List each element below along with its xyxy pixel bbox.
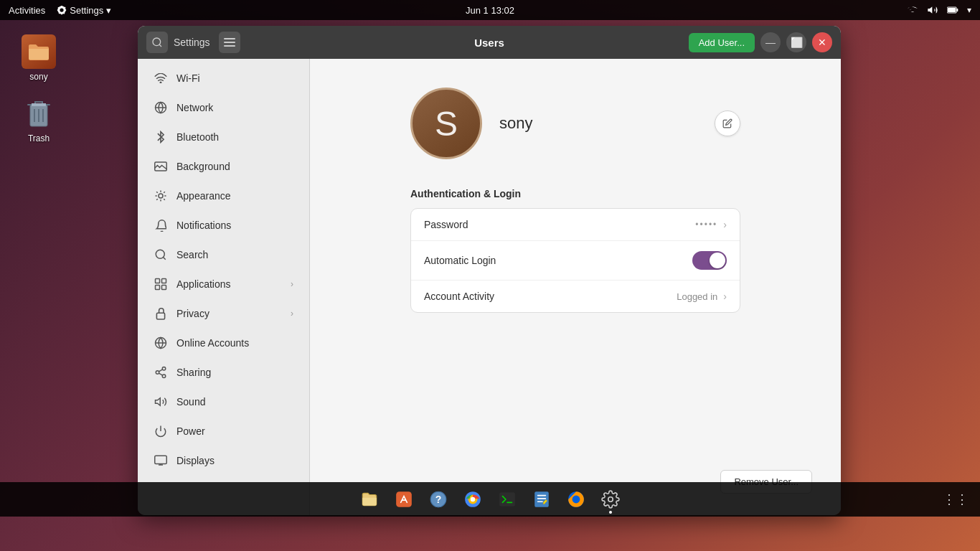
taskbar-text-editor[interactable] <box>526 484 557 515</box>
sidebar-item-network[interactable]: Network <box>142 93 305 122</box>
sidebar-notifications-label: Notifications <box>176 220 293 231</box>
search-button[interactable] <box>146 32 168 53</box>
auto-login-label: Automatic Login <box>424 255 692 266</box>
appearance-icon <box>154 189 168 203</box>
auto-login-toggle[interactable] <box>692 251 727 270</box>
svg-rect-19 <box>156 279 160 283</box>
trash-label: Trash <box>28 133 50 143</box>
svg-text:?: ? <box>435 494 442 505</box>
settings-sidebar: Wi-Fi Network Blue <box>138 59 310 515</box>
avatar-letter: S <box>435 104 458 143</box>
sidebar-applications-label: Applications <box>176 278 282 290</box>
network-icon <box>154 100 168 115</box>
account-activity-row[interactable]: Account Activity Logged in › <box>411 281 740 312</box>
desktop-icon-sony[interactable]: sony <box>13 34 65 82</box>
maximize-button[interactable]: ⬜ <box>786 32 806 52</box>
svg-rect-23 <box>156 313 164 319</box>
taskbar-terminal[interactable] <box>491 484 523 515</box>
svg-point-42 <box>573 496 580 504</box>
battery-icon <box>947 4 958 16</box>
online-accounts-icon <box>154 336 168 350</box>
sidebar-item-privacy[interactable]: Privacy › <box>142 299 305 328</box>
user-profile: S sony <box>410 88 740 159</box>
sidebar-power-label: Power <box>176 425 293 437</box>
taskbar-files[interactable] <box>354 484 385 515</box>
gear-icon <box>57 5 67 15</box>
settings-active-dot <box>609 511 612 514</box>
taskbar: ? <box>0 482 980 517</box>
taskbar-app-center[interactable] <box>388 484 420 515</box>
notifications-icon <box>154 218 168 232</box>
apps-grid-button[interactable]: ⋮⋮ <box>943 491 969 507</box>
svg-line-27 <box>159 373 162 375</box>
desktop-icon-trash[interactable]: Trash <box>13 96 65 143</box>
displays-icon <box>154 453 168 468</box>
sharing-icon <box>154 365 168 380</box>
taskbar-settings[interactable] <box>595 484 626 515</box>
hamburger-button[interactable] <box>219 32 240 53</box>
svg-line-18 <box>163 257 165 259</box>
sidebar-sound-label: Sound <box>176 396 293 408</box>
desktop-icons: sony Trash <box>13 34 65 143</box>
sidebar-item-background[interactable]: Background <box>142 152 305 181</box>
taskbar-chromium[interactable] <box>457 484 489 515</box>
sidebar-item-appearance[interactable]: Appearance <box>142 182 305 210</box>
password-label: Password <box>424 219 695 230</box>
auto-login-row[interactable]: Automatic Login <box>411 241 740 281</box>
account-activity-label: Account Activity <box>424 291 677 302</box>
sidebar-item-online-accounts[interactable]: Online Accounts <box>142 329 305 357</box>
search-icon <box>154 248 168 262</box>
svg-rect-20 <box>162 279 166 283</box>
svg-point-26 <box>162 375 166 378</box>
svg-point-25 <box>156 371 159 375</box>
svg-rect-21 <box>156 286 160 290</box>
topbar-datetime: Jun 1 13:02 <box>466 5 514 16</box>
sound-icon <box>154 395 168 409</box>
add-user-button[interactable]: Add User... <box>689 33 755 52</box>
settings-menu-button[interactable]: Settings ▾ <box>57 5 111 16</box>
close-button[interactable]: ✕ <box>812 32 832 52</box>
background-icon <box>154 159 168 174</box>
svg-marker-29 <box>156 398 161 406</box>
wifi-icon <box>154 71 168 85</box>
sidebar-item-search[interactable]: Search <box>142 240 305 269</box>
topbar: Activities Settings ▾ Jun 1 13:02 ▾ <box>0 0 980 20</box>
sony-folder-label: sony <box>29 72 47 82</box>
window-titlebar: Settings Users Add User... — ⬜ ✕ <box>138 26 841 59</box>
password-row[interactable]: Password ••••• › <box>411 209 740 241</box>
svg-point-24 <box>162 367 166 371</box>
activities-button[interactable]: Activities <box>9 5 45 16</box>
edit-user-button[interactable] <box>715 110 740 136</box>
sidebar-item-notifications[interactable]: Notifications <box>142 211 305 240</box>
sidebar-bluetooth-label: Bluetooth <box>176 131 293 143</box>
password-chevron: › <box>723 219 727 230</box>
svg-rect-1 <box>948 8 956 12</box>
sidebar-item-wifi[interactable]: Wi-Fi <box>142 64 305 93</box>
password-dots: ••••• <box>695 220 717 230</box>
applications-icon <box>154 277 168 291</box>
folder-icon <box>22 34 56 69</box>
settings-window: Settings Users Add User... — ⬜ ✕ <box>138 26 841 515</box>
sidebar-item-power[interactable]: Power <box>142 417 305 446</box>
sidebar-sharing-label: Sharing <box>176 367 293 378</box>
taskbar-help[interactable]: ? <box>423 484 454 515</box>
svg-rect-22 <box>162 286 166 290</box>
svg-rect-11 <box>224 45 235 47</box>
sidebar-item-sharing[interactable]: Sharing <box>142 358 305 387</box>
sidebar-item-bluetooth[interactable]: Bluetooth <box>142 123 305 151</box>
sidebar-item-sound[interactable]: Sound <box>142 387 305 416</box>
user-avatar: S <box>410 88 482 159</box>
sidebar-network-label: Network <box>176 102 293 113</box>
sidebar-displays-label: Displays <box>176 455 293 466</box>
sidebar-item-displays[interactable]: Displays <box>142 446 305 475</box>
auth-card: Password ••••• › Automatic Login <box>410 208 740 313</box>
sidebar-item-applications[interactable]: Applications › <box>142 270 305 298</box>
sidebar-appearance-label: Appearance <box>176 190 293 202</box>
settings-menu-arrow: ▾ <box>106 5 111 16</box>
applications-chevron: › <box>291 279 293 289</box>
minimize-button[interactable]: — <box>760 32 781 52</box>
battery-arrow[interactable]: ▾ <box>967 5 971 15</box>
volume-icon <box>927 4 938 16</box>
taskbar-firefox[interactable] <box>560 484 592 515</box>
sidebar-search-label: Search <box>176 249 293 260</box>
